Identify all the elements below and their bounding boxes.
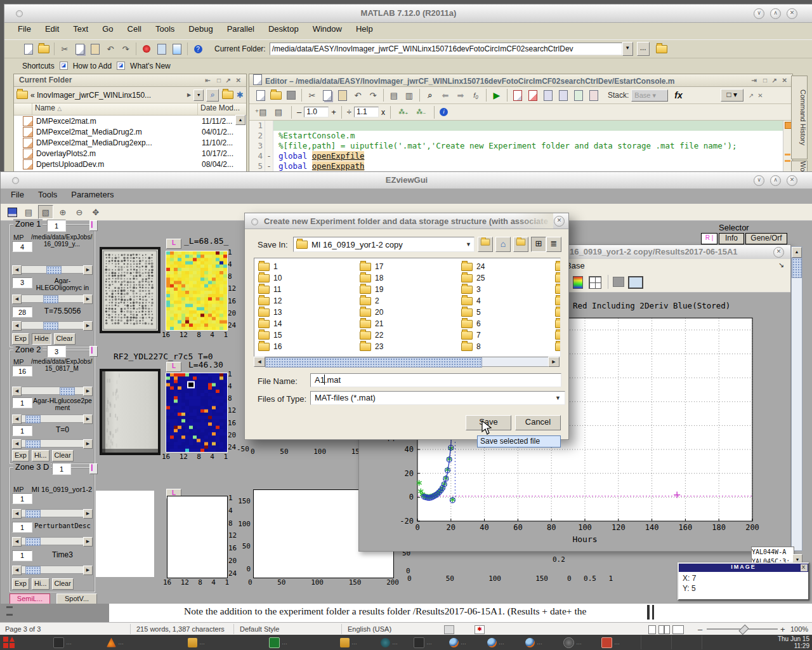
zoom-out-icon[interactable]: ⊖ <box>72 206 86 218</box>
cell-close-icon[interactable] <box>526 89 540 102</box>
image-window-titlebar[interactable]: IMAGE X <box>679 564 808 572</box>
print-icon[interactable]: ▤ <box>22 206 36 218</box>
shortcut-whats-new[interactable]: What's New <box>130 62 171 70</box>
close-panel-icon[interactable]: ✕ <box>757 92 763 99</box>
shortcut-icon[interactable]: ◪ <box>117 62 125 70</box>
undock-icon[interactable]: ↗ <box>749 92 754 99</box>
folder-item[interactable]: 16 <box>258 341 353 352</box>
copy-icon[interactable] <box>73 43 87 55</box>
profiler-icon[interactable] <box>170 43 184 55</box>
file-row[interactable]: DMPexcel2mat.m 11/11/2... <box>14 116 246 126</box>
folder-item[interactable]: 11 <box>258 284 353 295</box>
close-icon[interactable]: ✕ <box>787 175 797 186</box>
copy-icon[interactable] <box>320 89 334 102</box>
zone2-hide-button[interactable]: Hi... <box>32 450 49 461</box>
menu-item[interactable]: Desktop <box>268 24 299 34</box>
folder-item[interactable] <box>555 295 561 307</box>
menu-item[interactable]: Help <box>356 24 373 34</box>
zone2-exp-button[interactable]: Exp <box>12 450 29 461</box>
increase-icon[interactable]: + <box>331 107 336 117</box>
divide-icon[interactable]: ÷ <box>347 107 351 117</box>
folder-item[interactable]: 22 <box>360 329 455 341</box>
plate-photo-1[interactable] <box>100 247 160 333</box>
fx-icon[interactable]: f₀ <box>469 89 483 102</box>
undo-icon[interactable]: ↶ <box>103 43 117 55</box>
shortcut-icon[interactable]: ◪ <box>60 62 68 70</box>
zoom-out-icon[interactable]: – <box>698 625 702 634</box>
menu-item[interactable]: Window <box>313 24 342 34</box>
help-icon[interactable]: ? <box>191 43 205 55</box>
percent-minus-icon[interactable]: ⁂₋ <box>414 106 428 119</box>
run-icon[interactable]: ▶ <box>490 89 504 102</box>
files-of-type-dropdown[interactable]: MAT-files (*.mat) ▼ <box>310 391 565 405</box>
decrease-icon[interactable]: – <box>297 107 301 117</box>
folder-item[interactable]: 6 <box>461 318 556 329</box>
maximize-icon[interactable]: ∧ <box>770 8 781 19</box>
zone1-hide-button[interactable]: Hide <box>32 333 51 345</box>
home-icon[interactable]: ⌂ <box>495 237 511 252</box>
zone2-scrollbar-3[interactable]: ◀▶ <box>12 439 93 448</box>
taskbar-app-button[interactable]: … <box>269 636 297 649</box>
zone3-index-field[interactable] <box>52 463 71 475</box>
taskbar-app-button[interactable]: … <box>53 636 81 649</box>
zone3-side-toggle[interactable]: ▎ <box>89 463 98 474</box>
cell-insert-icon[interactable] <box>572 89 586 102</box>
taskbar-app-button[interactable]: … <box>340 636 368 649</box>
folder-item[interactable]: 12 <box>258 295 353 307</box>
breadcrumb-expand-icon[interactable]: ▶ <box>187 92 191 98</box>
horizontal-scrollbar[interactable]: ◀ ▶ <box>254 357 560 367</box>
cell-split-icon[interactable] <box>587 89 601 102</box>
zone2-scrollbar-2[interactable]: ◀▶ <box>12 415 93 423</box>
menu-logo-icon[interactable] <box>3 637 8 642</box>
taskbar-app-button[interactable]: … <box>449 636 477 649</box>
forward-icon[interactable]: ➡ <box>454 89 468 102</box>
menu-item[interactable]: Go <box>102 24 113 34</box>
minimize-icon[interactable]: ∨ <box>754 8 764 19</box>
menu-item[interactable]: Debug <box>188 24 213 34</box>
zone1-time-field[interactable] <box>12 307 32 317</box>
zone3-time-field[interactable] <box>12 550 32 561</box>
dialog-titlebar[interactable]: Create new Experiment folder and data st… <box>245 213 568 229</box>
book-view-icon[interactable] <box>672 625 684 634</box>
zone1-scrollbar-2[interactable]: ◀▶ <box>12 295 93 303</box>
code-text[interactable]: %EstartConsole.m %[file,path] = uiputfil… <box>273 121 783 174</box>
name-column-header[interactable]: Name △ <box>32 103 198 115</box>
zone1-clear-button[interactable]: Clear <box>54 333 75 345</box>
insert-cell-icon[interactable]: ⁺▤ <box>254 106 268 119</box>
selector-r-button[interactable]: R | <box>701 233 717 244</box>
search-icon[interactable]: ⌕ <box>206 89 219 102</box>
stack-dropdown[interactable]: Base ▾ <box>631 90 668 102</box>
new-folder-icon[interactable] <box>222 89 233 102</box>
breadcrumb[interactable]: « InovImager_jwrCF_WINLinx150... <box>30 91 185 100</box>
zoom-in-icon[interactable]: ⊕ <box>56 206 70 218</box>
simulink-icon[interactable] <box>140 43 154 55</box>
cut-icon[interactable]: ✂ <box>305 89 319 102</box>
zoom-percent[interactable]: 100% <box>790 625 808 633</box>
single-page-view-icon[interactable] <box>648 625 656 634</box>
percent-plus-icon[interactable]: ⁂₊ <box>396 106 410 119</box>
zone3-exp-button[interactable]: Exp <box>12 578 29 590</box>
taskbar-app-button[interactable]: … <box>414 636 442 649</box>
empty-plot-b[interactable] <box>167 496 228 578</box>
file-row[interactable]: DpertsUploadDev.m 08/04/2... <box>14 159 246 169</box>
menu-item[interactable]: Parallel <box>227 24 254 34</box>
minimize-icon[interactable]: ∨ <box>754 175 764 186</box>
breakpoint-gutter[interactable]: - - <box>265 121 273 174</box>
value-field-2[interactable]: 1.1 <box>354 107 379 117</box>
annotate-select-icon[interactable]: ▧ <box>38 205 53 219</box>
zone2-L-button[interactable]: L <box>166 362 181 372</box>
maximize-icon[interactable]: ∧ <box>770 175 781 186</box>
taskbar-app-button[interactable]: … <box>107 636 134 649</box>
paragraph-style[interactable]: Default Style <box>240 625 279 633</box>
date-column-header[interactable]: Date Mod... <box>198 103 246 115</box>
taskbar-app-button[interactable]: … <box>487 636 515 649</box>
folder-item[interactable]: 17 <box>360 261 455 272</box>
zone1-mp-field[interactable] <box>12 241 32 252</box>
zone3-mp-field[interactable] <box>12 493 32 504</box>
close-icon[interactable]: ✕ <box>554 216 565 227</box>
close-icon[interactable]: ✕ <box>787 8 797 19</box>
folder-item[interactable]: 25 <box>461 272 556 284</box>
scroll-thumb[interactable] <box>265 357 482 368</box>
code-area[interactable]: 1 2 3 4 5 - - %EstartConsole.m %[file,pa… <box>249 121 792 174</box>
clock[interactable]: Thu Jun 15 11:29 <box>764 635 809 649</box>
